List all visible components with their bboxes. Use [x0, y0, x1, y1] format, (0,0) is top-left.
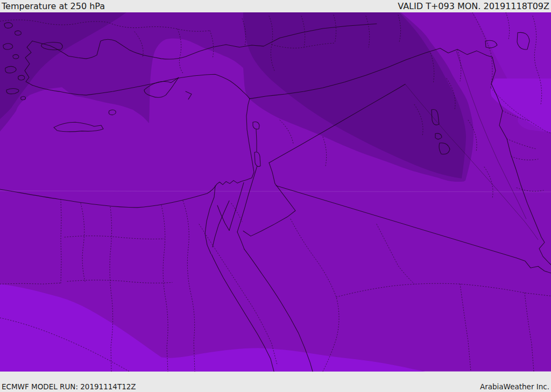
valid-time-label: VALID T+093 MON. 20191118T09Z	[398, 2, 549, 11]
weather-map-product: Temperature at 250 hPa VALID T+093 MON. …	[0, 0, 551, 392]
temperature-map	[0, 12, 551, 383]
map-title: Temperature at 250 hPa	[2, 2, 105, 11]
model-run-label: ECMWF MODEL RUN: 20191114T12Z	[2, 383, 136, 391]
header-bar: Temperature at 250 hPa VALID T+093 MON. …	[0, 0, 551, 12]
footer-bar: ECMWF MODEL RUN: 20191114T12Z ArabiaWeat…	[0, 383, 551, 392]
credit-label: ArabiaWeather Inc.	[480, 383, 549, 391]
